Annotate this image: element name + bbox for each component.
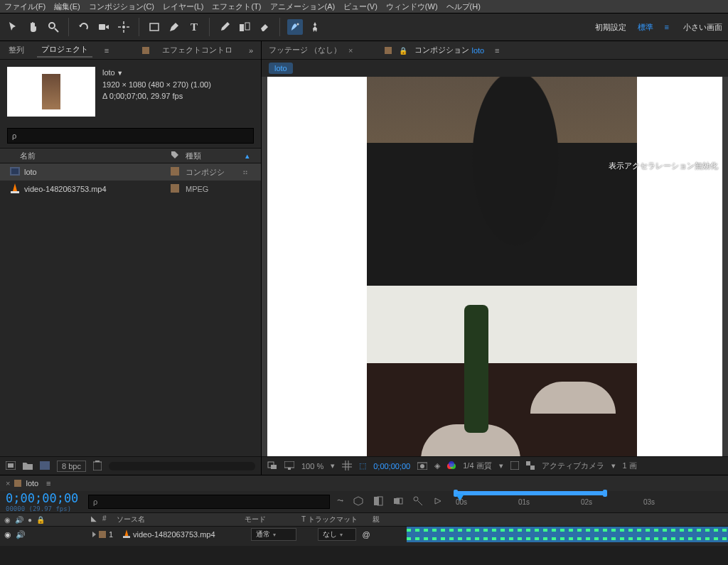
tool-selection[interactable] [6,19,21,35]
graph-icon[interactable] [413,496,423,507]
eye-icon[interactable]: ◉ [4,516,11,524]
tool-text[interactable]: T [186,19,202,35]
menu-layer[interactable]: レイヤー(L) [163,1,203,12]
project-item-footage[interactable]: video-1482063753.mp4 MPEG [0,181,261,198]
workspace-standard[interactable]: 標準 [638,22,653,33]
motion-blur-icon[interactable] [393,496,403,507]
parent-pick-icon[interactable]: @ [356,530,376,539]
tool-eraser[interactable] [257,19,272,35]
tab-project[interactable]: プロジェクト [37,43,92,58]
tool-hand[interactable] [26,19,41,35]
camera-dropdown[interactable]: ▾ [611,461,616,470]
search-pill[interactable] [109,462,255,470]
camera-label[interactable]: アクティブカメラ [542,461,604,471]
bpc-label[interactable]: 8 bpc [57,461,86,472]
label-col[interactable]: ◣ [85,515,102,524]
solo-icon[interactable]: ● [28,516,32,524]
res-dropdown[interactable]: ▾ [499,461,503,470]
interpret-icon[interactable] [6,461,16,471]
speaker-icon[interactable]: 🔊 [15,516,23,524]
timeline-menu-icon[interactable]: ≡ [43,479,54,488]
blend-mode[interactable]: 通常 [251,528,296,541]
magnify-icon[interactable] [267,461,277,471]
tab-composition[interactable]: コンポジションloto [414,45,485,55]
mask-icon[interactable]: ⬚ [359,461,366,470]
project-menu-icon[interactable]: ≡ [101,46,112,55]
tab-footage[interactable]: フッテージ （なし） [269,45,341,55]
col-type[interactable]: 種類 [186,151,242,161]
menu-view[interactable]: ビュー(V) [343,1,378,12]
lock-icon[interactable] [399,46,407,55]
new-comp-icon[interactable] [40,461,50,471]
comp-chip[interactable]: loto [269,63,293,74]
tick: 03s [643,498,655,506]
timeline-tab-label[interactable]: loto [26,479,38,488]
timeline-search[interactable]: ρ [88,495,330,509]
monitor-icon[interactable] [284,461,294,471]
close-icon[interactable]: × [6,479,10,488]
resolution[interactable]: 1/4 画質 [463,461,491,471]
twirl-icon[interactable] [92,532,96,537]
project-item-comp[interactable]: loto コンポジシ ⠶ [0,163,261,181]
col-name[interactable]: 名前 [9,151,164,161]
tool-camera[interactable] [96,19,112,35]
menu-composition[interactable]: コンポジション(C) [89,1,154,12]
frame-blend-icon[interactable] [373,496,383,507]
small-screen[interactable]: 小さい画面 [683,22,722,33]
sort-arrow-icon[interactable]: ▴ [242,151,252,161]
track-matte[interactable]: なし [318,528,356,541]
tool-brush[interactable] [217,19,232,35]
timeline-layer-row[interactable]: ◉ 🔊 1 video-1482063753.mp4 通常 なし @ [0,527,728,542]
speaker-toggle[interactable]: 🔊 [16,530,26,539]
transparency-icon[interactable] [526,461,535,471]
tool-rotobrush[interactable] [287,19,303,35]
comp-name[interactable]: loto [102,67,211,79]
views-label[interactable]: 1 画 [623,461,637,471]
layer-track[interactable] [407,527,728,542]
col-tag[interactable] [164,151,186,161]
draft3d-icon[interactable] [353,496,363,507]
project-search[interactable]: ρ [7,128,254,144]
menu-file[interactable]: ファイル(F) [4,1,46,12]
grid-icon[interactable] [342,461,352,472]
workspace-menu-icon[interactable]: ≡ [665,23,672,31]
folder-icon[interactable] [23,461,33,471]
overflow-icon[interactable]: » [245,46,257,55]
close-icon[interactable]: × [348,46,353,55]
svg-rect-18 [288,468,291,470]
tool-clone[interactable] [237,19,252,35]
tool-anchor[interactable] [116,19,132,35]
timecode-main[interactable]: 0;00;00;00 [6,491,81,505]
trash-icon[interactable] [93,461,102,472]
channels-icon[interactable] [447,461,456,471]
tool-rectangle[interactable] [146,19,162,35]
tool-puppet[interactable] [307,19,323,35]
menu-edit[interactable]: 編集(E) [54,1,80,12]
comp-menu-icon[interactable]: ≡ [491,46,503,55]
eye-toggle[interactable]: ◉ [4,530,11,539]
roi-icon[interactable] [510,461,519,471]
layer-label[interactable] [99,531,106,538]
svg-rect-17 [284,461,294,468]
tool-rotate[interactable] [76,19,92,35]
zoom-dropdown[interactable]: ▾ [331,461,335,470]
timeline-ruler[interactable]: 00s 01s 02s 03s [450,491,722,512]
lock-col-icon[interactable]: 🔒 [36,516,45,524]
shy-icon[interactable]: ⤳ [337,496,343,507]
menu-effect[interactable]: エフェクト(T) [212,1,261,12]
flowchart-icon[interactable]: ⠶ [242,168,252,177]
menu-help[interactable]: ヘルプ(H) [446,1,481,12]
timecode[interactable]: 0;00;00;00 [373,462,410,470]
tool-zoom[interactable] [46,19,61,35]
workspace-preset[interactable]: 初期設定 [595,22,626,33]
zoom-level[interactable]: 100 % [301,462,323,470]
snapshot-icon[interactable] [417,461,427,471]
menu-window[interactable]: ウィンドウ(W) [386,1,438,12]
show-snapshot-icon[interactable]: ◈ [434,461,440,470]
tool-pen[interactable] [166,19,182,35]
tab-effect-controls[interactable]: エフェクトコントロ [158,43,237,57]
viewer[interactable]: 表示アクセラレーション無効化 [262,77,728,456]
tab-align[interactable]: 整列 [4,43,28,57]
menu-animation[interactable]: アニメーション(A) [270,1,336,12]
brainstorm-icon[interactable] [433,496,443,507]
